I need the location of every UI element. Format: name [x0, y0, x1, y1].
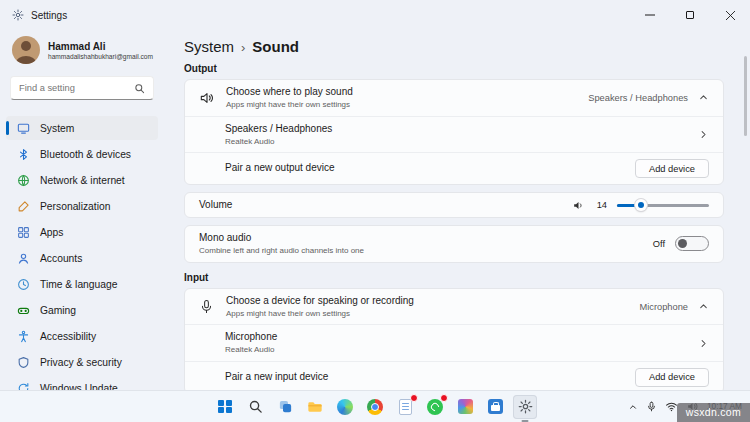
notification-badge — [440, 394, 448, 402]
main-content: System › Sound Output Choose where to pl… — [164, 30, 750, 390]
input-device-driver: Realtek Audio — [225, 345, 688, 355]
sidebar-item-personalization[interactable]: Personalization — [6, 194, 158, 218]
apps-grid-icon — [16, 225, 30, 239]
desktop-screen: Settings Hammad Ali hammadalish — [0, 0, 750, 422]
sidebar-item-label: Personalization — [40, 201, 110, 212]
gear-icon — [518, 399, 533, 414]
volume-icon[interactable] — [572, 199, 585, 212]
search-box[interactable] — [10, 76, 154, 100]
toggle-knob — [678, 239, 687, 248]
microphone-row[interactable]: Microphone Realtek Audio — [185, 324, 723, 361]
sidebar-item-accessibility[interactable]: Accessibility — [6, 324, 158, 348]
close-button[interactable] — [710, 0, 750, 30]
mono-audio-state: Off — [653, 239, 665, 249]
sidebar-item-label: Time & language — [40, 279, 117, 290]
settings-taskbar-button[interactable] — [513, 395, 537, 419]
breadcrumb-separator: › — [241, 40, 245, 55]
accessibility-person-icon — [16, 329, 30, 343]
shield-icon — [16, 355, 30, 369]
user-email: hammadalishahbukhari@gmail.com — [48, 53, 153, 60]
chevron-right-icon — [698, 338, 709, 349]
sidebar-item-system[interactable]: System — [6, 116, 158, 140]
chrome-button[interactable] — [363, 395, 387, 419]
breadcrumb: System › Sound — [184, 38, 724, 55]
file-explorer-button[interactable] — [303, 395, 327, 419]
store-icon — [488, 399, 503, 414]
vertical-scrollbar[interactable] — [743, 30, 747, 382]
slider-thumb[interactable] — [635, 199, 647, 211]
sidebar-item-gaming[interactable]: Gaming — [6, 298, 158, 322]
scrollbar-thumb[interactable] — [744, 56, 747, 136]
add-input-device-button[interactable]: Add device — [635, 368, 709, 387]
speakers-headphones-row[interactable]: Speakers / Headphones Realtek Audio — [185, 116, 723, 153]
pair-output-title: Pair a new output device — [225, 162, 625, 175]
add-output-device-button[interactable]: Add device — [635, 159, 709, 178]
sidebar-nav: System Bluetooth & devices Network & int… — [6, 116, 158, 400]
pair-output-row: Pair a new output device Add device — [185, 152, 723, 184]
volume-label: Volume — [199, 199, 562, 212]
pair-input-row: Pair a new input device Add device — [185, 361, 723, 393]
notification-badge — [410, 394, 418, 402]
choose-output-subtitle: Apps might have their own settings — [226, 100, 578, 110]
mono-audio-toggle[interactable] — [675, 236, 709, 251]
page-title: Sound — [252, 38, 299, 55]
settings-app-icon — [12, 9, 24, 21]
volume-slider[interactable] — [617, 198, 709, 212]
system-icon — [16, 121, 30, 135]
choose-input-row[interactable]: Choose a device for speaking or recordin… — [185, 289, 723, 325]
choose-output-row[interactable]: Choose where to play sound Apps might ha… — [185, 80, 723, 116]
choose-input-title: Choose a device for speaking or recordin… — [226, 295, 629, 308]
sidebar-item-label: Gaming — [40, 305, 76, 316]
sidebar-item-network-internet[interactable]: Network & internet — [6, 168, 158, 192]
chevron-up-icon — [698, 301, 709, 312]
sidebar-item-bluetooth-devices[interactable]: Bluetooth & devices — [6, 142, 158, 166]
sidebar-item-apps[interactable]: Apps — [6, 220, 158, 244]
sidebar-item-label: Accounts — [40, 253, 82, 264]
user-profile[interactable]: Hammad Ali hammadalishahbukhari@gmail.co… — [6, 32, 158, 76]
chrome-icon — [367, 399, 383, 415]
photos-button[interactable] — [453, 395, 477, 419]
sidebar-item-label: System — [40, 123, 74, 134]
user-name: Hammad Ali — [48, 41, 153, 52]
network-globe-icon — [16, 173, 30, 187]
input-card: Choose a device for speaking or recordin… — [184, 288, 724, 394]
microphone-icon — [199, 299, 216, 314]
titlebar: Settings — [0, 0, 750, 30]
maximize-button[interactable] — [670, 0, 710, 30]
start-button[interactable] — [213, 395, 237, 419]
tray-microphone-icon[interactable] — [646, 401, 657, 412]
pair-input-title: Pair a new input device — [225, 371, 625, 384]
gamepad-icon — [16, 303, 30, 317]
store-button[interactable] — [483, 395, 507, 419]
minimize-button[interactable] — [630, 0, 670, 30]
taskbar-center — [213, 395, 537, 419]
whatsapp-button[interactable] — [423, 395, 447, 419]
taskbar: 10:17 AM — [0, 390, 750, 422]
volume-card: Volume 14 — [184, 192, 724, 218]
folder-icon — [307, 399, 323, 415]
edge-button[interactable] — [333, 395, 357, 419]
edge-icon — [337, 399, 353, 415]
mono-audio-subtitle: Combine left and right audio channels in… — [199, 246, 643, 256]
notepad-button[interactable] — [393, 395, 417, 419]
personalization-brush-icon — [16, 199, 30, 213]
window-title: Settings — [31, 10, 67, 21]
task-view-button[interactable] — [273, 395, 297, 419]
wifi-icon[interactable] — [665, 400, 678, 413]
sidebar-item-accounts[interactable]: Accounts — [6, 246, 158, 270]
output-device-name: Speakers / Headphones — [225, 123, 688, 136]
sidebar-item-label: Accessibility — [40, 331, 96, 342]
windows-logo-icon — [218, 400, 232, 414]
output-section-label: Output — [184, 63, 724, 74]
mono-audio-row: Mono audio Combine left and right audio … — [185, 226, 723, 262]
hidden-icons-chevron[interactable] — [628, 402, 638, 412]
search-icon — [248, 399, 263, 414]
choose-input-subtitle: Apps might have their own settings — [226, 309, 629, 319]
sidebar: Hammad Ali hammadalishahbukhari@gmail.co… — [0, 30, 164, 390]
taskbar-search-button[interactable] — [243, 395, 267, 419]
breadcrumb-system[interactable]: System — [184, 38, 234, 55]
sidebar-item-time-language[interactable]: Time & language — [6, 272, 158, 296]
search-input[interactable] — [19, 83, 128, 93]
sidebar-item-privacy-security[interactable]: Privacy & security — [6, 350, 158, 374]
bluetooth-icon — [16, 147, 30, 161]
